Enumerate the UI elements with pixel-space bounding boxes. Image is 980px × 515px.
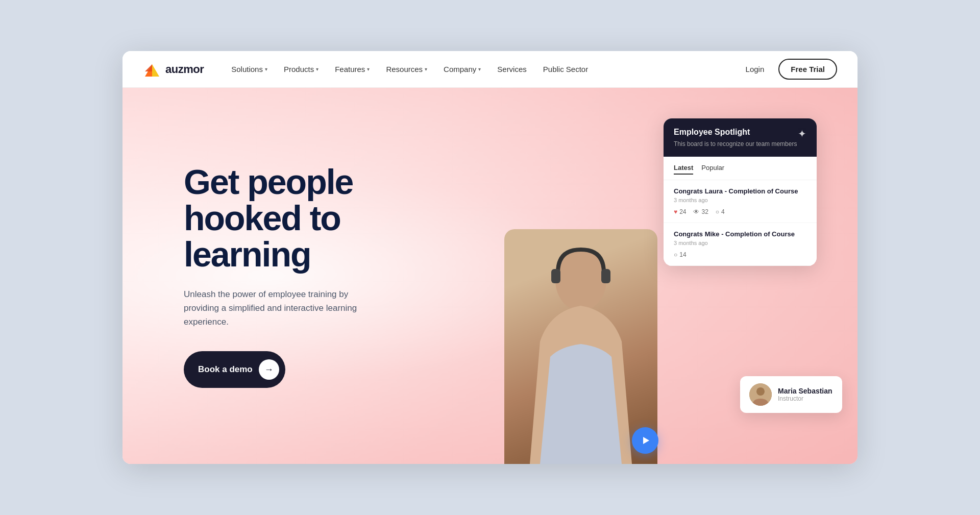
spotlight-tabs: Latest Popular bbox=[664, 157, 817, 180]
post-1-title: Congrats Laura - Completion of Course bbox=[674, 187, 806, 195]
nav-products[interactable]: Products ▾ bbox=[277, 61, 326, 78]
post-1-time: 3 months ago bbox=[674, 197, 806, 203]
tab-popular[interactable]: Popular bbox=[701, 164, 724, 175]
stat-views: 👁 32 bbox=[693, 208, 708, 215]
spotlight-description: This board is to recognize our team memb… bbox=[674, 140, 797, 149]
post-1-stats: ♥ 24 👁 32 ○ 4 bbox=[674, 208, 806, 215]
nav-company[interactable]: Company ▾ bbox=[436, 61, 488, 78]
post-2-title: Congrats Mike - Completion of Course bbox=[674, 230, 806, 238]
navbar: auzmor Solutions ▾ Products ▾ Features ▾… bbox=[122, 51, 857, 88]
chevron-down-icon: ▾ bbox=[478, 66, 481, 72]
svg-marker-2 bbox=[152, 64, 159, 77]
browser-window: auzmor Solutions ▾ Products ▾ Features ▾… bbox=[122, 51, 857, 464]
svg-point-8 bbox=[756, 387, 765, 396]
nav-links: Solutions ▾ Products ▾ Features ▾ Resour… bbox=[224, 61, 739, 78]
instructor-avatar bbox=[749, 383, 772, 406]
instructor-card: Maria Sebastian Instructor bbox=[740, 376, 842, 413]
stat-hearts: ♥ 24 bbox=[674, 208, 686, 215]
cta-label: Book a demo bbox=[198, 364, 253, 375]
hero-section: Get people hooked to learning Unleash th… bbox=[122, 88, 857, 464]
person-silhouette bbox=[504, 229, 657, 464]
nav-services[interactable]: Services bbox=[490, 61, 534, 78]
svg-rect-6 bbox=[601, 269, 610, 283]
spotlight-header: Employee Spotlight This board is to reco… bbox=[664, 118, 817, 157]
hero-visuals: Employee Spotlight This board is to reco… bbox=[453, 88, 857, 464]
logo-area[interactable]: auzmor bbox=[143, 60, 204, 79]
logo-icon bbox=[143, 60, 161, 79]
hero-content: Get people hooked to learning Unleash th… bbox=[122, 123, 419, 429]
person-svg bbox=[509, 239, 652, 464]
blue-circle-button[interactable] bbox=[632, 427, 658, 454]
nav-right: Login Free Trial bbox=[740, 59, 837, 80]
svg-rect-5 bbox=[551, 269, 560, 283]
book-demo-button[interactable]: Book a demo → bbox=[184, 351, 285, 388]
person-image bbox=[504, 229, 657, 464]
tab-latest[interactable]: Latest bbox=[674, 164, 693, 175]
cta-arrow-icon: → bbox=[259, 359, 279, 380]
hero-subtitle: Unleash the power of employee training b… bbox=[184, 287, 357, 329]
spotlight-post-1: Congrats Laura - Completion of Course 3 … bbox=[664, 180, 817, 223]
nav-resources[interactable]: Resources ▾ bbox=[379, 61, 434, 78]
chevron-down-icon: ▾ bbox=[425, 66, 427, 72]
free-trial-button[interactable]: Free Trial bbox=[778, 59, 837, 80]
play-icon bbox=[639, 434, 651, 447]
chevron-down-icon: ▾ bbox=[316, 66, 318, 72]
spotlight-post-2: Congrats Mike - Completion of Course 3 m… bbox=[664, 223, 817, 266]
comment-icon: ○ bbox=[716, 208, 719, 215]
login-button[interactable]: Login bbox=[740, 61, 771, 78]
spotlight-header-text: Employee Spotlight This board is to reco… bbox=[674, 128, 797, 149]
spotlight-card: Employee Spotlight This board is to reco… bbox=[664, 118, 817, 266]
nav-solutions[interactable]: Solutions ▾ bbox=[224, 61, 275, 78]
post-2-stats: ○ 14 bbox=[674, 251, 806, 258]
logo-text: auzmor bbox=[165, 63, 204, 76]
chevron-down-icon: ▾ bbox=[265, 66, 267, 72]
eye-icon: 👁 bbox=[693, 208, 699, 215]
svg-marker-3 bbox=[145, 64, 152, 71]
instructor-role: Instructor bbox=[778, 395, 832, 402]
heart-icon: ♥ bbox=[674, 208, 677, 215]
stat-comments: ○ 4 bbox=[716, 208, 725, 215]
comment-icon-2: ○ bbox=[674, 251, 677, 258]
svg-marker-9 bbox=[643, 437, 649, 444]
spotlight-title: Employee Spotlight bbox=[674, 128, 797, 137]
nav-features[interactable]: Features ▾ bbox=[328, 61, 377, 78]
hero-title: Get people hooked to learning bbox=[184, 164, 357, 273]
instructor-info: Maria Sebastian Instructor bbox=[778, 387, 832, 402]
post-2-time: 3 months ago bbox=[674, 240, 806, 246]
stat-comments-2: ○ 14 bbox=[674, 251, 687, 258]
nav-public-sector[interactable]: Public Sector bbox=[536, 61, 595, 78]
avatar-svg bbox=[749, 383, 772, 406]
chevron-down-icon: ▾ bbox=[367, 66, 370, 72]
instructor-name: Maria Sebastian bbox=[778, 387, 832, 395]
sparkle-icon: ✦ bbox=[798, 128, 806, 140]
